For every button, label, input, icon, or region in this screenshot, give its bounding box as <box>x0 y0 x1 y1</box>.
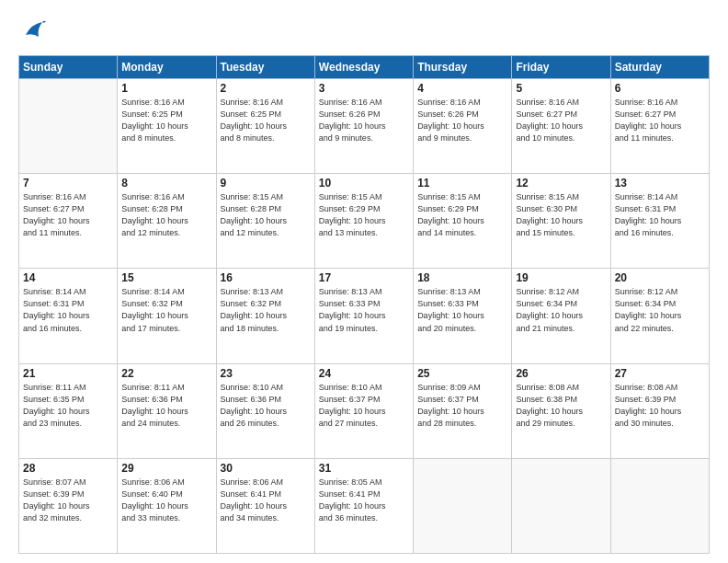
day-number: 3 <box>319 82 409 95</box>
day-info: Sunrise: 8:12 AM Sunset: 6:34 PM Dayligh… <box>516 286 606 334</box>
day-number: 12 <box>516 177 606 190</box>
week-row-5: 28Sunrise: 8:07 AM Sunset: 6:39 PM Dayli… <box>19 458 710 553</box>
day-info: Sunrise: 8:10 AM Sunset: 6:36 PM Dayligh… <box>221 382 311 430</box>
day-info: Sunrise: 8:06 AM Sunset: 6:41 PM Dayligh… <box>221 477 311 524</box>
calendar-cell: 28Sunrise: 8:07 AM Sunset: 6:39 PM Dayli… <box>19 458 118 553</box>
calendar-cell: 20Sunrise: 8:12 AM Sunset: 6:34 PM Dayli… <box>610 269 709 363</box>
day-info: Sunrise: 8:16 AM Sunset: 6:26 PM Dayligh… <box>319 97 409 144</box>
day-number: 30 <box>221 462 311 475</box>
calendar-cell: 23Sunrise: 8:10 AM Sunset: 6:36 PM Dayli… <box>216 363 314 458</box>
calendar-cell: 24Sunrise: 8:10 AM Sunset: 6:37 PM Dayli… <box>314 363 413 458</box>
day-info: Sunrise: 8:14 AM Sunset: 6:31 PM Dayligh… <box>23 286 113 334</box>
calendar-cell: 3Sunrise: 8:16 AM Sunset: 6:26 PM Daylig… <box>314 79 413 174</box>
calendar-cell: 27Sunrise: 8:08 AM Sunset: 6:39 PM Dayli… <box>610 363 709 458</box>
logo <box>18 17 50 46</box>
calendar: SundayMondayTuesdayWednesdayThursdayFrid… <box>18 55 710 554</box>
day-number: 24 <box>319 367 409 380</box>
calendar-cell: 1Sunrise: 8:16 AM Sunset: 6:25 PM Daylig… <box>118 79 216 174</box>
calendar-cell <box>414 458 512 553</box>
day-info: Sunrise: 8:09 AM Sunset: 6:37 PM Dayligh… <box>417 382 507 430</box>
day-number: 6 <box>615 82 705 95</box>
day-info: Sunrise: 8:15 AM Sunset: 6:29 PM Dayligh… <box>417 191 507 239</box>
day-info: Sunrise: 8:16 AM Sunset: 6:27 PM Dayligh… <box>516 97 606 144</box>
day-info: Sunrise: 8:13 AM Sunset: 6:33 PM Dayligh… <box>417 286 507 334</box>
day-info: Sunrise: 8:13 AM Sunset: 6:32 PM Dayligh… <box>221 286 311 334</box>
day-info: Sunrise: 8:16 AM Sunset: 6:27 PM Dayligh… <box>615 97 705 144</box>
day-number: 7 <box>23 177 113 190</box>
day-number: 23 <box>221 367 311 380</box>
calendar-cell: 30Sunrise: 8:06 AM Sunset: 6:41 PM Dayli… <box>216 458 314 553</box>
calendar-cell: 29Sunrise: 8:06 AM Sunset: 6:40 PM Dayli… <box>118 458 216 553</box>
day-number: 14 <box>23 271 113 284</box>
calendar-cell: 6Sunrise: 8:16 AM Sunset: 6:27 PM Daylig… <box>610 79 709 174</box>
day-info: Sunrise: 8:16 AM Sunset: 6:28 PM Dayligh… <box>121 191 211 239</box>
day-info: Sunrise: 8:07 AM Sunset: 6:39 PM Dayligh… <box>23 477 113 524</box>
day-number: 17 <box>319 271 409 284</box>
day-info: Sunrise: 8:15 AM Sunset: 6:29 PM Dayligh… <box>319 191 409 239</box>
calendar-cell: 15Sunrise: 8:14 AM Sunset: 6:32 PM Dayli… <box>118 269 216 363</box>
day-info: Sunrise: 8:16 AM Sunset: 6:25 PM Dayligh… <box>221 97 311 144</box>
weekday-header-wednesday: Wednesday <box>314 56 413 79</box>
day-info: Sunrise: 8:13 AM Sunset: 6:33 PM Dayligh… <box>319 286 409 334</box>
day-number: 2 <box>221 82 311 95</box>
day-info: Sunrise: 8:16 AM Sunset: 6:27 PM Dayligh… <box>23 191 113 239</box>
weekday-header-monday: Monday <box>118 56 216 79</box>
day-info: Sunrise: 8:08 AM Sunset: 6:38 PM Dayligh… <box>516 382 606 430</box>
weekday-header-sunday: Sunday <box>19 56 118 79</box>
calendar-cell: 8Sunrise: 8:16 AM Sunset: 6:28 PM Daylig… <box>118 174 216 269</box>
day-number: 5 <box>516 82 606 95</box>
day-number: 26 <box>516 367 606 380</box>
day-info: Sunrise: 8:15 AM Sunset: 6:30 PM Dayligh… <box>516 191 606 239</box>
calendar-cell <box>610 458 709 553</box>
day-number: 25 <box>417 367 507 380</box>
calendar-cell: 4Sunrise: 8:16 AM Sunset: 6:26 PM Daylig… <box>414 79 512 174</box>
day-number: 19 <box>516 271 606 284</box>
calendar-cell: 18Sunrise: 8:13 AM Sunset: 6:33 PM Dayli… <box>414 269 512 363</box>
day-number: 31 <box>319 462 409 475</box>
week-row-4: 21Sunrise: 8:11 AM Sunset: 6:35 PM Dayli… <box>19 363 710 458</box>
day-number: 4 <box>417 82 507 95</box>
weekday-header-friday: Friday <box>512 56 610 79</box>
week-row-1: 1Sunrise: 8:16 AM Sunset: 6:25 PM Daylig… <box>19 79 710 174</box>
calendar-cell: 11Sunrise: 8:15 AM Sunset: 6:29 PM Dayli… <box>414 174 512 269</box>
day-info: Sunrise: 8:11 AM Sunset: 6:35 PM Dayligh… <box>23 382 113 430</box>
weekday-header-thursday: Thursday <box>414 56 512 79</box>
calendar-cell: 21Sunrise: 8:11 AM Sunset: 6:35 PM Dayli… <box>19 363 118 458</box>
calendar-cell: 13Sunrise: 8:14 AM Sunset: 6:31 PM Dayli… <box>610 174 709 269</box>
calendar-cell: 26Sunrise: 8:08 AM Sunset: 6:38 PM Dayli… <box>512 363 610 458</box>
day-info: Sunrise: 8:15 AM Sunset: 6:28 PM Dayligh… <box>221 191 311 239</box>
calendar-cell: 25Sunrise: 8:09 AM Sunset: 6:37 PM Dayli… <box>414 363 512 458</box>
day-info: Sunrise: 8:16 AM Sunset: 6:26 PM Dayligh… <box>417 97 507 144</box>
calendar-cell: 17Sunrise: 8:13 AM Sunset: 6:33 PM Dayli… <box>314 269 413 363</box>
day-info: Sunrise: 8:10 AM Sunset: 6:37 PM Dayligh… <box>319 382 409 430</box>
day-info: Sunrise: 8:05 AM Sunset: 6:41 PM Dayligh… <box>319 477 409 524</box>
calendar-cell: 12Sunrise: 8:15 AM Sunset: 6:30 PM Dayli… <box>512 174 610 269</box>
calendar-cell: 9Sunrise: 8:15 AM Sunset: 6:28 PM Daylig… <box>216 174 314 269</box>
day-number: 15 <box>121 271 211 284</box>
day-number: 16 <box>221 271 311 284</box>
day-number: 10 <box>319 177 409 190</box>
calendar-cell: 31Sunrise: 8:05 AM Sunset: 6:41 PM Dayli… <box>314 458 413 553</box>
page: SundayMondayTuesdayWednesdayThursdayFrid… <box>0 0 728 563</box>
calendar-cell: 19Sunrise: 8:12 AM Sunset: 6:34 PM Dayli… <box>512 269 610 363</box>
day-number: 18 <box>417 271 507 284</box>
calendar-cell <box>19 79 118 174</box>
day-number: 27 <box>615 367 705 380</box>
day-number: 29 <box>121 462 211 475</box>
day-info: Sunrise: 8:12 AM Sunset: 6:34 PM Dayligh… <box>615 286 705 334</box>
day-number: 21 <box>23 367 113 380</box>
day-number: 13 <box>615 177 705 190</box>
weekday-header-row: SundayMondayTuesdayWednesdayThursdayFrid… <box>19 56 710 79</box>
calendar-cell: 16Sunrise: 8:13 AM Sunset: 6:32 PM Dayli… <box>216 269 314 363</box>
day-info: Sunrise: 8:06 AM Sunset: 6:40 PM Dayligh… <box>121 477 211 524</box>
weekday-header-saturday: Saturday <box>610 56 709 79</box>
calendar-cell: 10Sunrise: 8:15 AM Sunset: 6:29 PM Dayli… <box>314 174 413 269</box>
calendar-cell: 22Sunrise: 8:11 AM Sunset: 6:36 PM Dayli… <box>118 363 216 458</box>
day-info: Sunrise: 8:11 AM Sunset: 6:36 PM Dayligh… <box>121 382 211 430</box>
calendar-cell: 7Sunrise: 8:16 AM Sunset: 6:27 PM Daylig… <box>19 174 118 269</box>
day-info: Sunrise: 8:14 AM Sunset: 6:32 PM Dayligh… <box>121 286 211 334</box>
week-row-2: 7Sunrise: 8:16 AM Sunset: 6:27 PM Daylig… <box>19 174 710 269</box>
logo-icon <box>18 17 48 46</box>
calendar-cell: 14Sunrise: 8:14 AM Sunset: 6:31 PM Dayli… <box>19 269 118 363</box>
day-info: Sunrise: 8:08 AM Sunset: 6:39 PM Dayligh… <box>615 382 705 430</box>
